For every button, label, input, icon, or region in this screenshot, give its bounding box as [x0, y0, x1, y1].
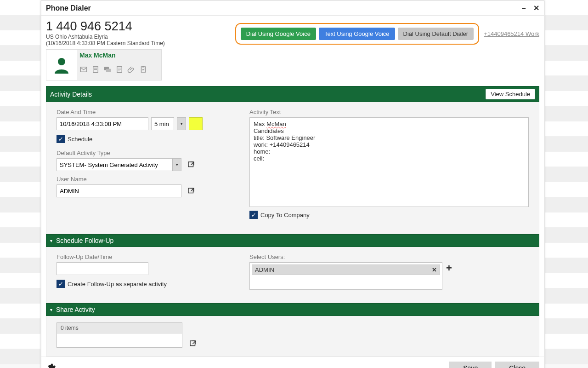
- share-title: Share Activity: [50, 306, 95, 313]
- share-header[interactable]: Share Activity: [46, 303, 539, 316]
- color-swatch[interactable]: [189, 117, 203, 130]
- followup-title: Schedule Follow-Up: [50, 237, 113, 244]
- user-name-label: User Name: [57, 176, 240, 183]
- dial-options-highlight: Dial Using Google Voice Text Using Googl…: [235, 23, 479, 45]
- phone-dialer-dialog: Phone Dialer – ✕ 1 440 946 5214 US Ohio …: [40, 0, 545, 368]
- activity-type-popout-icon[interactable]: [187, 161, 195, 169]
- activity-type-input[interactable]: [57, 158, 172, 171]
- save-button[interactable]: Save: [449, 362, 492, 368]
- settings-gear-icon[interactable]: [46, 363, 56, 368]
- followup-date-label: Follow-Up Date/Time: [57, 253, 240, 260]
- followup-date-input[interactable]: [57, 262, 148, 275]
- copy-company-label: Copy To Company: [260, 212, 310, 218]
- document-icon[interactable]: [115, 65, 124, 75]
- followup-separate-label: Create Follow-Up as separate activity: [68, 281, 167, 288]
- svg-rect-5: [106, 69, 111, 73]
- share-list[interactable]: 0 items: [57, 322, 182, 348]
- activity-details-title: Activity Details: [50, 91, 92, 98]
- attachment-icon[interactable]: [127, 65, 136, 75]
- contact-card: Max McMan: [46, 49, 162, 80]
- close-button[interactable]: Close: [495, 362, 539, 368]
- schedule-label: Schedule: [68, 136, 92, 143]
- schedule-checkbox[interactable]: ✓: [57, 135, 65, 143]
- dial-default-button[interactable]: Dial Using Default Dialer: [398, 28, 474, 40]
- person-icon: [52, 55, 71, 75]
- user-name-popout-icon[interactable]: [187, 187, 195, 195]
- activity-type-dropdown-button[interactable]: ▾: [172, 158, 181, 171]
- user-chip-remove-icon[interactable]: ✕: [432, 266, 437, 273]
- text-google-voice-button[interactable]: Text Using Google Voice: [319, 28, 395, 40]
- select-users-box[interactable]: ADMIN ✕: [249, 262, 442, 290]
- select-users-label: Select Users:: [249, 253, 529, 260]
- copy-company-checkbox[interactable]: ✓: [249, 211, 258, 219]
- duration-dropdown-button[interactable]: ▾: [177, 117, 186, 130]
- followup-header[interactable]: Schedule Follow-Up: [46, 234, 539, 247]
- svg-rect-13: [188, 188, 193, 193]
- svg-rect-12: [188, 162, 193, 167]
- note-icon[interactable]: [91, 65, 100, 75]
- activity-text-area[interactable]: Max McMan Candidates title: Software Eng…: [249, 117, 529, 207]
- phone-location: US Ohio Ashtabula Elyria: [46, 34, 165, 40]
- close-icon[interactable]: ✕: [533, 4, 539, 12]
- svg-rect-11: [142, 66, 145, 68]
- duration-input[interactable]: [151, 117, 174, 130]
- activity-details-header: Activity Details View Schedule: [46, 86, 539, 102]
- user-chip: ADMIN ✕: [252, 264, 440, 275]
- user-chip-label: ADMIN: [255, 266, 274, 273]
- view-schedule-button[interactable]: View Schedule: [486, 89, 535, 99]
- svg-point-0: [58, 58, 65, 65]
- minimize-icon[interactable]: –: [522, 4, 526, 12]
- svg-rect-14: [190, 341, 195, 346]
- share-popout-icon[interactable]: [189, 339, 197, 348]
- share-items-count: 0 items: [57, 323, 182, 334]
- avatar: [46, 50, 77, 80]
- phone-timestamp: (10/16/2018 4:33:08 PM Eastern Standard …: [46, 40, 165, 46]
- date-time-label: Date And Time: [57, 109, 240, 115]
- followup-separate-checkbox[interactable]: ✓: [57, 280, 65, 288]
- activity-text-label: Activity Text: [249, 109, 529, 115]
- email-icon[interactable]: [79, 65, 88, 75]
- user-name-input[interactable]: [57, 184, 181, 197]
- chat-icon[interactable]: [103, 65, 112, 75]
- dial-google-voice-button[interactable]: Dial Using Google Voice: [241, 28, 316, 40]
- clipboard-icon[interactable]: [139, 65, 147, 75]
- dialog-title: Phone Dialer: [46, 4, 91, 12]
- phone-number: 1 440 946 5214: [46, 19, 165, 34]
- phone-work-link[interactable]: +14409465214 Work: [484, 30, 539, 37]
- activity-type-label: Default Activity Type: [57, 150, 240, 156]
- dialog-titlebar: Phone Dialer – ✕: [41, 1, 544, 16]
- add-user-icon[interactable]: +: [446, 262, 452, 274]
- date-time-input[interactable]: [57, 117, 148, 130]
- contact-name[interactable]: Max McMan: [79, 52, 158, 59]
